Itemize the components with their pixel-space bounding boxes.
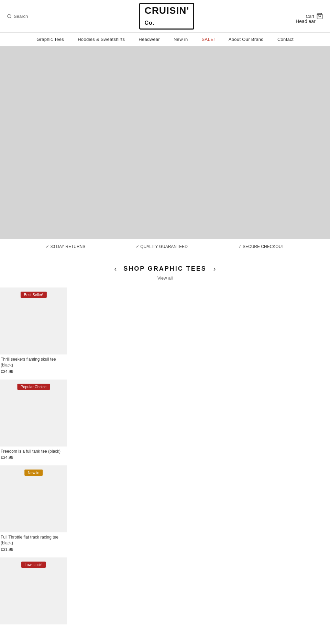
search-area[interactable]: Search [7, 14, 28, 19]
trust-returns: ✓ 30 DAY RETURNS [46, 244, 85, 249]
product-price: €31,99 [0, 547, 67, 552]
top-bar: Search CRUISIN' Co. Cart [0, 0, 330, 33]
next-arrow[interactable]: › [213, 265, 216, 273]
product-title: Thrill seekers flaming skull tee (black) [0, 357, 67, 368]
product-card[interactable]: New in Full Throttle flat track racing t… [0, 465, 67, 557]
nav-new-in[interactable]: New in [174, 37, 188, 42]
product-badge: Best Seller! [20, 292, 46, 298]
headwear-hint: Head ear [141, 19, 330, 24]
search-icon [7, 14, 12, 19]
logo-area: CRUISIN' Co. [28, 3, 306, 30]
cart-label: Cart [306, 14, 314, 19]
view-all-link[interactable]: View all [0, 275, 330, 281]
product-badge: Low stock! [21, 562, 46, 568]
site-logo[interactable]: CRUISIN' Co. [139, 3, 194, 30]
hero-image [0, 46, 330, 239]
trust-bar: ✓ 30 DAY RETURNS ✓ QUALITY GUARANTEED ✓ … [0, 239, 330, 255]
product-card[interactable]: Popular Choice Freedom is a full tank te… [0, 380, 67, 466]
product-image: Best Seller! [0, 287, 67, 354]
product-badge: Popular Choice [17, 384, 50, 390]
product-price: €34,99 [0, 369, 67, 374]
svg-point-0 [8, 14, 11, 18]
nav-contact[interactable]: Contact [277, 37, 294, 42]
graphic-tees-section-header: ‹ SHOP GRAPHIC TEES › [0, 265, 330, 273]
product-image: New in [0, 465, 67, 532]
section-title: SHOP GRAPHIC TEES [123, 265, 207, 272]
product-title: Full Throttle flat track racing tee (bla… [0, 534, 67, 546]
main-nav: Graphic Tees Hoodies & Sweatshirts Headw… [0, 33, 330, 46]
trust-quality: ✓ QUALITY GUARANTEED [136, 244, 188, 249]
trust-checkout: ✓ SECURE CHECKOUT [238, 244, 284, 249]
product-card[interactable]: Low stock! [0, 557, 67, 630]
prev-arrow[interactable]: ‹ [114, 265, 117, 273]
nav-headwear[interactable]: Headwear [139, 37, 160, 42]
nav-sale[interactable]: SALE! [201, 37, 214, 42]
nav-hoodies[interactable]: Hoodies & Sweatshirts [78, 37, 125, 42]
product-badge: New in [24, 470, 43, 476]
product-image: Low stock! [0, 557, 67, 624]
svg-line-1 [10, 17, 11, 18]
product-title: Freedom is a full tank tee (black) [0, 449, 67, 454]
search-label: Search [14, 14, 28, 19]
product-card[interactable]: Best Seller! Thrill seekers flaming skul… [0, 287, 67, 380]
product-list: Best Seller! Thrill seekers flaming skul… [0, 287, 330, 644]
nav-about[interactable]: About Our Brand [229, 37, 264, 42]
nav-graphic-tees[interactable]: Graphic Tees [36, 37, 64, 42]
product-image: Popular Choice [0, 380, 67, 447]
product-price: €34,99 [0, 455, 67, 460]
